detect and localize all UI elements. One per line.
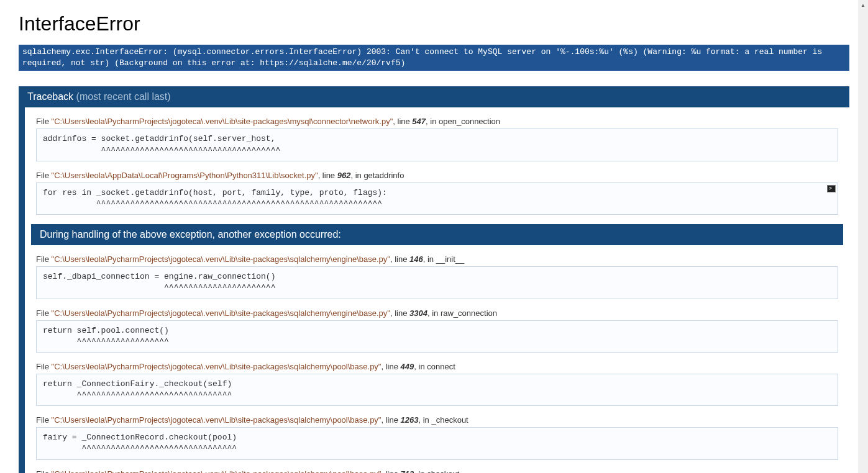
context-banner: During handling of the above exception, …: [31, 224, 843, 245]
console-icon[interactable]: [827, 185, 836, 192]
function-name: raw_connection: [441, 309, 497, 318]
traceback-frame[interactable]: File "C:\Users\leola\PycharmProjects\jog…: [36, 255, 838, 299]
file-line: File "C:\Users\leola\PycharmProjects\jog…: [36, 362, 838, 371]
code-snippet: addrinfos = socket.getaddrinfo(self.serv…: [36, 128, 838, 161]
file-path: "C:\Users\leola\PycharmProjects\jogoteca…: [52, 255, 390, 264]
page-title: InterfaceError: [19, 12, 849, 35]
file-line: File "C:\Users\leola\PycharmProjects\jog…: [36, 255, 838, 264]
vertical-scrollbar[interactable]: ▲: [858, 0, 868, 473]
error-message: sqlalchemy.exc.InterfaceError: (mysql.co…: [19, 45, 849, 71]
line-number: 547: [412, 117, 426, 126]
function-name: checkout: [427, 469, 459, 473]
file-line: File "C:\Users\leola\PycharmProjects\jog…: [36, 309, 838, 318]
line-number: 962: [337, 171, 351, 180]
code-snippet: fairy = _ConnectionRecord.checkout(pool)…: [36, 427, 838, 459]
function-name: __init__: [436, 255, 465, 264]
function-name: getaddrinfo: [363, 171, 404, 180]
file-path: "C:\Users\leola\AppData\Local\Programs\P…: [52, 171, 318, 180]
traceback-frame[interactable]: File "C:\Users\leola\PycharmProjects\jog…: [36, 469, 838, 473]
traceback-frame[interactable]: File "C:\Users\leola\PycharmProjects\jog…: [36, 415, 838, 459]
function-name: _checkout: [431, 415, 468, 425]
traceback-header: Traceback (most recent call last): [19, 86, 849, 107]
file-path: "C:\Users\leola\PycharmProjects\jogoteca…: [52, 117, 393, 126]
line-number: 1263: [401, 415, 419, 425]
line-number: 146: [409, 255, 423, 264]
line-number: 712: [401, 469, 414, 473]
traceback-frame[interactable]: File "C:\Users\leola\AppData\Local\Progr…: [36, 171, 838, 215]
traceback-subtitle: (most recent call last): [76, 91, 171, 102]
file-path: "C:\Users\leola\PycharmProjects\jogoteca…: [52, 309, 390, 318]
line-number: 449: [401, 362, 414, 371]
code-snippet: for res in _socket.getaddrinfo(host, por…: [36, 182, 838, 215]
traceback-frame[interactable]: File "C:\Users\leola\PycharmProjects\jog…: [36, 309, 838, 353]
traceback-frame[interactable]: File "C:\Users\leola\PycharmProjects\jog…: [36, 362, 838, 406]
function-name: connect: [427, 362, 455, 371]
line-number: 3304: [409, 309, 427, 318]
scroll-up-arrow-icon[interactable]: ▲: [858, 0, 868, 10]
file-path: "C:\Users\leola\PycharmProjects\jogoteca…: [52, 362, 381, 371]
file-line: File "C:\Users\leola\PycharmProjects\jog…: [36, 117, 838, 126]
file-line: File "C:\Users\leola\PycharmProjects\jog…: [36, 469, 838, 473]
file-line: File "C:\Users\leola\AppData\Local\Progr…: [36, 171, 838, 180]
file-path: "C:\Users\leola\PycharmProjects\jogoteca…: [52, 415, 381, 425]
function-name: open_connection: [439, 117, 500, 126]
code-snippet: self._dbapi_connection = engine.raw_conn…: [36, 266, 838, 299]
file-path: "C:\Users\leola\PycharmProjects\jogoteca…: [52, 469, 381, 473]
traceback-frame[interactable]: File "C:\Users\leola\PycharmProjects\jog…: [36, 117, 838, 161]
traceback-title: Traceback: [27, 91, 73, 102]
code-snippet: return _ConnectionFairy._checkout(self) …: [36, 374, 838, 406]
file-line: File "C:\Users\leola\PycharmProjects\jog…: [36, 415, 838, 425]
code-snippet: return self.pool.connect() ^^^^^^^^^^^^^…: [36, 320, 838, 353]
